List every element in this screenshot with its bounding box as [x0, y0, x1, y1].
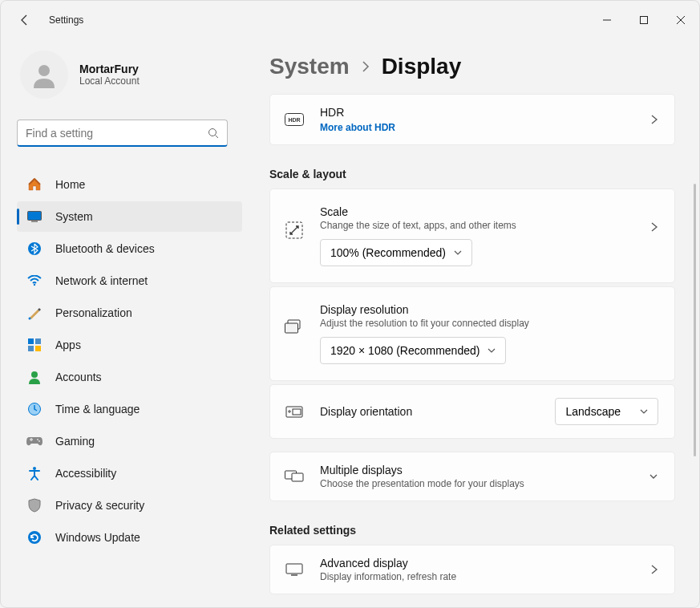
svg-rect-29 — [292, 473, 303, 481]
search-icon — [208, 128, 219, 139]
scale-card[interactable]: Scale Change the size of text, apps, and… — [269, 188, 675, 283]
svg-point-8 — [34, 284, 35, 286]
hdr-title: HDR — [320, 106, 634, 119]
nav-label: Apps — [55, 338, 81, 351]
svg-point-16 — [37, 439, 38, 440]
multiple-displays-icon — [285, 469, 304, 484]
nav-label: System — [55, 210, 93, 223]
svg-rect-10 — [28, 338, 34, 344]
apps-icon — [26, 337, 42, 353]
breadcrumb-parent[interactable]: System — [269, 54, 350, 79]
svg-point-2 — [38, 65, 50, 76]
resolution-icon — [285, 319, 304, 334]
svg-line-4 — [216, 135, 219, 138]
advanced-sub: Display information, refresh rate — [320, 571, 634, 582]
multiple-title: Multiple displays — [320, 464, 633, 476]
nav-item-time[interactable]: Time & language — [17, 394, 242, 424]
minimize-button[interactable] — [589, 4, 625, 36]
nav-item-bluetooth[interactable]: Bluetooth & devices — [17, 233, 242, 264]
avatar — [20, 51, 68, 99]
svg-point-19 — [28, 531, 41, 544]
accessibility-icon — [26, 465, 42, 481]
nav-item-home[interactable]: Home — [17, 169, 242, 200]
nav-item-network[interactable]: Network & internet — [17, 265, 242, 296]
svg-point-9 — [29, 318, 31, 320]
shield-icon — [26, 497, 42, 513]
resolution-card: Display resolution Adjust the resolution… — [269, 286, 675, 381]
window-controls — [589, 4, 699, 36]
svg-rect-24 — [285, 323, 298, 333]
advanced-display-card[interactable]: Advanced display Display information, re… — [269, 545, 675, 594]
nav-item-accessibility[interactable]: Accessibility — [17, 458, 242, 488]
svg-rect-6 — [31, 221, 38, 222]
chevron-right-icon — [650, 221, 658, 233]
breadcrumb: System Display — [269, 54, 675, 79]
resolution-title: Display resolution — [320, 303, 658, 316]
chevron-right-icon — [650, 114, 658, 125]
content-area: System Display HDR HDR More about HDR Sc… — [245, 39, 699, 607]
scale-icon — [285, 221, 304, 239]
orientation-card: Display orientation Landscape — [269, 384, 675, 439]
hdr-icon: HDR — [285, 113, 304, 126]
svg-rect-12 — [28, 346, 34, 351]
search-input[interactable] — [26, 127, 208, 140]
breadcrumb-current: Display — [382, 54, 462, 79]
orientation-icon — [285, 404, 304, 419]
bluetooth-icon — [26, 241, 42, 257]
update-icon — [26, 529, 42, 545]
nav-item-personalization[interactable]: Personalization — [17, 298, 242, 328]
resolution-dropdown[interactable]: 1920 × 1080 (Recommended) — [320, 337, 506, 364]
scrollbar[interactable] — [694, 184, 696, 456]
section-scale-layout: Scale & layout — [269, 168, 675, 180]
nav-item-apps[interactable]: Apps — [17, 330, 242, 360]
section-related: Related settings — [269, 524, 675, 537]
resolution-sub: Adjust the resolution to fit your connec… — [320, 318, 658, 329]
scale-sub: Change the size of text, apps, and other… — [320, 220, 634, 231]
nav-label: Windows Update — [55, 531, 140, 544]
svg-text:HDR: HDR — [288, 117, 300, 123]
nav-label: Bluetooth & devices — [55, 242, 155, 255]
nav-label: Privacy & security — [55, 499, 144, 512]
chevron-down-icon — [640, 408, 648, 415]
orientation-dropdown[interactable]: Landscape — [555, 398, 658, 425]
chevron-down-icon — [649, 472, 658, 480]
orientation-title: Display orientation — [320, 405, 539, 418]
nav-label: Gaming — [55, 435, 95, 448]
nav-item-update[interactable]: Windows Update — [17, 522, 242, 553]
multiple-sub: Choose the presentation mode for your di… — [320, 478, 633, 489]
monitor-icon — [285, 563, 304, 576]
system-icon — [26, 209, 42, 225]
svg-point-14 — [31, 371, 38, 378]
profile-name: MortarFury — [79, 63, 140, 75]
search-box[interactable] — [17, 120, 228, 147]
nav-item-privacy[interactable]: Privacy & security — [17, 490, 242, 521]
scale-title: Scale — [320, 205, 634, 218]
titlebar: Settings — [1, 1, 699, 39]
sidebar: MortarFury Local Account Home System Blu… — [1, 39, 245, 607]
svg-point-18 — [33, 467, 36, 470]
svg-point-3 — [209, 128, 216, 136]
scale-dropdown[interactable]: 100% (Recommended) — [320, 239, 472, 266]
app-title: Settings — [49, 14, 83, 26]
paint-icon — [26, 305, 42, 321]
nav-item-system[interactable]: System — [17, 201, 242, 232]
chevron-right-icon — [650, 564, 658, 575]
chevron-right-icon — [361, 60, 370, 73]
profile-block[interactable]: MortarFury Local Account — [17, 47, 242, 102]
nav-label: Personalization — [55, 306, 132, 319]
nav-list: Home System Bluetooth & devices Network … — [17, 169, 242, 553]
multiple-displays-card[interactable]: Multiple displays Choose the presentatio… — [269, 452, 675, 501]
gaming-icon — [26, 433, 42, 449]
hdr-card[interactable]: HDR HDR More about HDR — [269, 94, 675, 145]
maximize-button[interactable] — [625, 4, 662, 36]
back-button[interactable] — [17, 12, 33, 28]
nav-item-gaming[interactable]: Gaming — [17, 426, 242, 456]
hdr-link[interactable]: More about HDR — [320, 122, 634, 133]
svg-rect-11 — [35, 338, 41, 344]
orientation-value: Landscape — [565, 405, 621, 418]
svg-point-26 — [289, 411, 290, 412]
svg-rect-1 — [641, 17, 648, 24]
resolution-value: 1920 × 1080 (Recommended) — [330, 344, 479, 357]
nav-item-accounts[interactable]: Accounts — [17, 362, 242, 392]
close-button[interactable] — [662, 4, 699, 36]
